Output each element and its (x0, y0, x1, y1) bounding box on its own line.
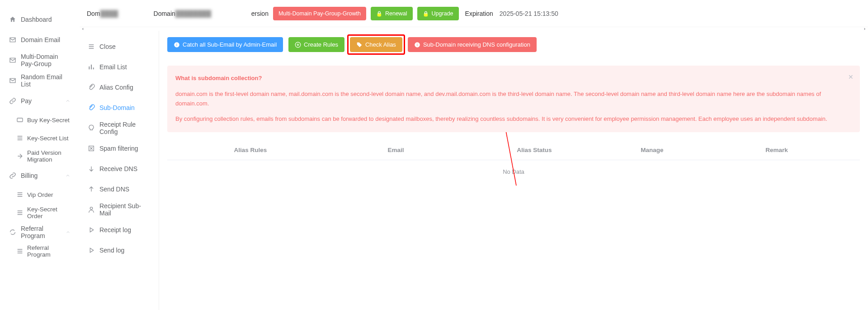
svg-point-2 (90, 207, 92, 209)
list-icon (16, 248, 24, 255)
panel: Dom ████ Domain ████████ ersion Multi-Do… (80, 0, 868, 310)
sidebar-item-label: Vip Order (27, 191, 53, 198)
info-icon: i (174, 42, 180, 48)
info-alert: ✕ What is subdomain collection? domain.c… (167, 66, 860, 132)
table-empty-state: No Data (167, 160, 860, 183)
link-icon (9, 172, 16, 179)
sidebar-item-label: Key-Secret Order (27, 206, 71, 219)
sidebar-item-billing[interactable]: Billing (0, 165, 80, 186)
sidebar-item-pay[interactable]: Pay (0, 91, 80, 111)
submenu-alias-config[interactable]: Alias Config (80, 77, 159, 97)
alert-close-button[interactable]: ✕ (848, 72, 854, 82)
sidebar-item-label: Dashboard (21, 16, 52, 23)
svg-text:i: i (176, 43, 177, 47)
submenu-send-dns[interactable]: Send DNS (80, 179, 159, 199)
close-icon (88, 43, 95, 50)
sidebar-item-key-secret-order[interactable]: Key-Secret Order (0, 204, 80, 222)
chevron-up-icon (65, 173, 71, 178)
submenu-label: Alias Config (99, 84, 133, 91)
highlight-annotation: Check Alias (347, 34, 405, 55)
submenu-receipt-log[interactable]: Receipt log (80, 219, 159, 240)
plan-badge-button[interactable]: Multi-Domain Pay-Group-Growth (273, 7, 366, 20)
sidebar-item-vip-order[interactable]: Vip Order (0, 186, 80, 204)
lock-icon (376, 10, 382, 17)
sidebar-main: Dashboard Domain Email Multi-Domain Pay-… (0, 0, 80, 310)
sidebar-item-random-email-list[interactable]: Random Email List (0, 70, 80, 91)
home-icon (9, 16, 16, 23)
table-header-cell: Remark (693, 147, 860, 153)
bulb-icon (88, 124, 95, 132)
topbar: Dom ████ Domain ████████ ersion Multi-Do… (80, 0, 868, 27)
sidebar-item-label: Domain Email (21, 36, 60, 43)
table-header: Alias Rules Email Alias Status Manage Re… (167, 140, 860, 160)
person-icon (88, 206, 95, 213)
migrate-icon (16, 153, 24, 160)
table-header-cell: Manage (610, 147, 693, 153)
submenu-receive-dns[interactable]: Receive DNS (80, 158, 159, 179)
sidebar-item-referral-program[interactable]: Referral Program (0, 222, 80, 242)
list-icon (16, 191, 24, 198)
sidebar-item-referral-program-child[interactable]: Referral Program (0, 242, 80, 260)
mail-icon (9, 36, 16, 43)
clip-icon (88, 104, 95, 111)
sidebar-item-buy-key-secret[interactable]: Buy Key-Secret (0, 111, 80, 129)
sidebar-item-label: Referral Program (21, 225, 66, 239)
alert-paragraph: By configuring collection rules, emails … (175, 114, 842, 124)
create-rules-button[interactable]: Create Rules (288, 37, 344, 52)
sidebar-item-dashboard[interactable]: Dashboard (0, 9, 80, 29)
sidebar-item-label: Multi-Domain Pay-Group (21, 53, 71, 67)
catch-all-button[interactable]: i Catch all Sub-Email by Admin-Email (167, 37, 283, 52)
sidebar-item-domain-email[interactable]: Domain Email (0, 29, 80, 50)
domain-value-redacted: ████████ (175, 10, 248, 17)
submenu-label: Receipt Rule Config (99, 121, 151, 135)
expiration-value: 2025-05-21 15:13:50 (500, 10, 558, 17)
main-content: i Catch all Sub-Email by Admin-Email Cre… (159, 31, 868, 310)
mail-icon (9, 57, 16, 64)
sidebar-item-multi-domain-pay-group[interactable]: Multi-Domain Pay-Group (0, 50, 80, 70)
submenu-send-log[interactable]: Send log (80, 240, 159, 260)
dom-value-redacted: ████ (100, 10, 150, 17)
play-icon (88, 226, 95, 234)
play-icon (88, 247, 95, 254)
domain-label: Domain (154, 10, 175, 17)
link-icon (9, 97, 16, 105)
list-icon (16, 134, 24, 142)
check-alias-button[interactable]: Check Alias (350, 37, 402, 52)
submenu-email-list[interactable]: Email List (80, 57, 159, 77)
renewal-button[interactable]: Renewal (371, 7, 413, 20)
list-icon (16, 209, 24, 216)
version-label: ersion (251, 10, 269, 17)
expiration-label: Expiration (465, 10, 493, 17)
submenu-spam-filtering[interactable]: Spam filtering (80, 138, 159, 158)
mail-icon (9, 77, 16, 84)
submenu-sub-domain[interactable]: Sub-Domain (80, 97, 159, 118)
sidebar-item-label: Paid Version Migration (27, 149, 71, 163)
sidebar-item-label: Pay (21, 97, 32, 105)
submenu-receipt-rule-config[interactable]: Receipt Rule Config (80, 118, 159, 138)
sidebar-item-paid-version-migration[interactable]: Paid Version Migration (0, 147, 80, 165)
arrow-down-icon (88, 165, 95, 172)
submenu-label: Receive DNS (99, 165, 137, 172)
arrow-up-icon (88, 186, 95, 193)
submenu-label: Receipt log (99, 226, 131, 234)
table-header-cell: Alias Status (458, 147, 610, 153)
sidebar-item-key-secret-list[interactable]: Key-Secret List (0, 129, 80, 147)
plus-circle-icon (295, 42, 301, 48)
upgrade-button[interactable]: Upgrade (417, 7, 459, 20)
scroll-carets (80, 27, 868, 31)
caret-left-icon[interactable] (80, 27, 85, 31)
submenu-recipient-sub-mail[interactable]: Recipient Sub-Mail (80, 199, 159, 219)
bars-icon (88, 63, 95, 71)
submenu-close[interactable]: Close (80, 36, 159, 57)
tag-icon (356, 42, 363, 48)
dom-label: Dom (87, 10, 100, 17)
table-header-cell: Alias Rules (167, 147, 334, 153)
submenu-label: Send DNS (99, 186, 129, 193)
submenu: Close Email List Alias Config Sub-Domain… (80, 31, 159, 310)
table-header-cell: Email (334, 147, 458, 153)
dns-config-button[interactable]: i Sub-Domain receiving DNS configuration (408, 37, 537, 52)
sidebar-item-label: Buy Key-Secret (27, 117, 70, 124)
submenu-label: Send log (99, 247, 124, 254)
square-x-icon (88, 145, 95, 152)
clip-icon (88, 84, 95, 91)
